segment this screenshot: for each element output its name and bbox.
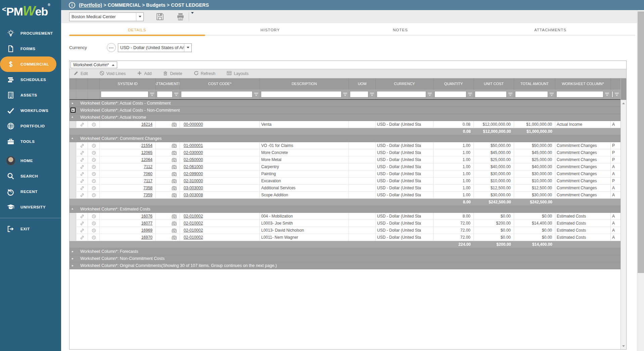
edit-button[interactable]: Edit	[74, 71, 88, 77]
system-id-link[interactable]: 12065	[141, 150, 152, 155]
filter-icon[interactable]	[174, 93, 179, 96]
chain-icon[interactable]	[76, 142, 88, 149]
cost-code-link[interactable]: 00-000000	[184, 122, 203, 127]
page-scrollbar[interactable]	[637, 10, 644, 351]
table-row[interactable]: 16214(0)00-000000VentaUSD - Dollar (Unit…	[70, 121, 620, 128]
group-row[interactable]: ▸Worksheet Column*: Actual Costs - Non-C…	[70, 107, 620, 114]
sidebar-item-procurement[interactable]: PROCUREMENT	[0, 26, 61, 41]
group-row[interactable]: ▸Worksheet Column*: Original Commitments…	[70, 262, 620, 269]
filter-icon[interactable]	[254, 93, 259, 96]
attachments-link[interactable]: (0)	[172, 186, 177, 190]
attachments-link[interactable]: (0)	[172, 235, 177, 240]
table-row[interactable]: 12065(0)02-030000More ConcreteUSD - Doll…	[70, 149, 620, 156]
filter-icon[interactable]	[614, 93, 619, 96]
save-button[interactable]	[156, 12, 164, 21]
sidebar-item-search[interactable]: SEARCH	[0, 168, 61, 184]
attachments-link[interactable]: (0)	[172, 157, 177, 162]
column-header-uom[interactable]: UOM	[349, 78, 376, 89]
print-options-caret[interactable]	[191, 14, 194, 20]
filter-icon[interactable]	[370, 93, 374, 96]
chain-icon[interactable]	[76, 185, 88, 191]
attachments-link[interactable]: (0)	[172, 164, 177, 169]
scroll-down-icon[interactable]	[621, 343, 626, 349]
grid-vertical-scrollbar[interactable]	[620, 78, 626, 349]
chain-icon[interactable]	[76, 156, 88, 163]
filter-icon[interactable]	[508, 93, 513, 96]
chain-icon[interactable]	[76, 178, 88, 184]
clock-icon[interactable]	[88, 170, 100, 177]
system-id-link[interactable]: 7359	[143, 193, 152, 197]
column-header-system_id[interactable]: SYSTEM ID	[100, 78, 156, 89]
system-id-link[interactable]: 7060	[143, 171, 152, 176]
column-header-history[interactable]	[88, 78, 100, 89]
column-header-handle[interactable]	[70, 78, 76, 89]
cost-code-link[interactable]: 02-061000	[184, 164, 203, 169]
chain-icon[interactable]	[76, 121, 88, 128]
system-id-link[interactable]: 16969	[141, 228, 152, 233]
sidebar-item-university[interactable]: UNIVERSITY	[0, 199, 61, 215]
cost-code-link[interactable]: 02-010002	[184, 228, 203, 233]
system-id-link[interactable]: 16214	[141, 122, 152, 127]
filter-input-description[interactable]	[261, 91, 341, 98]
clock-icon[interactable]	[88, 213, 100, 220]
chain-icon[interactable]	[76, 220, 88, 227]
attachments-link[interactable]: (0)	[172, 193, 177, 197]
filter-input-quantity[interactable]	[434, 91, 466, 98]
table-row[interactable]: 7358(0)03-003000Additional ServicesUSD -…	[70, 185, 620, 192]
system-id-link[interactable]: 16077	[141, 221, 152, 226]
currency-select[interactable]: USD - Dollar (United States of Ameri	[118, 43, 192, 52]
chevron-down-icon[interactable]	[184, 44, 191, 52]
print-button[interactable]	[176, 12, 194, 21]
group-row[interactable]: ▸Worksheet Column*: Actual Income	[70, 114, 620, 121]
sidebar-item-forms[interactable]: FORMS	[0, 41, 61, 56]
filter-input-system_id[interactable]	[101, 91, 148, 98]
sidebar-item-exit[interactable]: EXIT	[0, 221, 61, 237]
chain-icon[interactable]	[76, 192, 88, 198]
refresh-button[interactable]: Refresh	[194, 71, 216, 77]
system-id-link[interactable]: 7358	[143, 186, 152, 190]
filter-icon[interactable]	[468, 93, 472, 96]
attachments-link[interactable]: (0)	[172, 214, 177, 219]
sidebar-item-home[interactable]: HOME	[0, 153, 61, 168]
info-icon[interactable]: i	[69, 2, 75, 8]
column-header-worksheet_column[interactable]: WORKSHEET COLUMN*	[555, 78, 611, 89]
group-by-chip[interactable]: Worksheet Column*	[71, 62, 117, 68]
clock-icon[interactable]	[88, 178, 100, 184]
table-row[interactable]: 12064(0)02-050000More MetalUSD - Dollar …	[70, 156, 620, 163]
column-header-unit_cost[interactable]: UNIT COST	[474, 78, 514, 89]
table-row[interactable]: 16076(0)02-010002004 - MobilizationUSD -…	[70, 213, 620, 220]
group-row[interactable]: ▸Worksheet Column*: Actual Costs - Commi…	[70, 100, 620, 107]
clock-icon[interactable]	[88, 220, 100, 227]
tab-notes[interactable]: NOTES	[335, 25, 465, 35]
attachments-link[interactable]: (0)	[172, 171, 177, 176]
group-expand-icon[interactable]: ▸	[72, 249, 74, 254]
system-id-link[interactable]: 7112	[144, 164, 152, 169]
sidebar-item-workflows[interactable]: WORKFLOWS	[0, 103, 61, 118]
clock-icon[interactable]	[88, 142, 100, 149]
filter-icon[interactable]	[343, 93, 348, 96]
filter-input-unit_cost[interactable]	[475, 91, 507, 98]
cost-code-link[interactable]: 02-010002	[184, 235, 203, 240]
filter-input-worksheet_column[interactable]	[556, 91, 603, 98]
group-row[interactable]: ▸Worksheet Column*: Estimated Costs	[70, 206, 620, 213]
attachments-link[interactable]: (0)	[172, 150, 177, 155]
clock-icon[interactable]	[88, 192, 100, 198]
clock-icon[interactable]	[88, 227, 100, 234]
column-header-cost_code[interactable]: COST CODE*	[180, 78, 260, 89]
tab-attachments[interactable]: ATTACHMENTS	[465, 25, 635, 35]
column-header-quantity[interactable]: QUANTITY	[433, 78, 474, 89]
system-id-link[interactable]: 12064	[141, 157, 152, 162]
sidebar-item-assets[interactable]: ASSETS	[0, 87, 61, 103]
chain-icon[interactable]	[76, 227, 88, 234]
column-header-description[interactable]: DESCRIPTION	[260, 78, 349, 89]
column-header-link[interactable]	[76, 78, 88, 89]
filter-icon[interactable]	[549, 93, 554, 96]
group-expand-icon[interactable]: ▸	[72, 256, 74, 261]
chain-icon[interactable]	[76, 163, 88, 170]
group-row[interactable]: ▸Worksheet Column*: Forecasts	[70, 248, 620, 255]
column-header-total_amount[interactable]: TOTAL AMOUNT	[514, 78, 555, 89]
system-id-link[interactable]: 16970	[141, 235, 152, 240]
cost-code-link[interactable]: 02-099000	[184, 171, 203, 176]
system-id-link[interactable]: 16076	[141, 214, 152, 219]
void-lines-button[interactable]: Void Lines	[99, 71, 126, 77]
